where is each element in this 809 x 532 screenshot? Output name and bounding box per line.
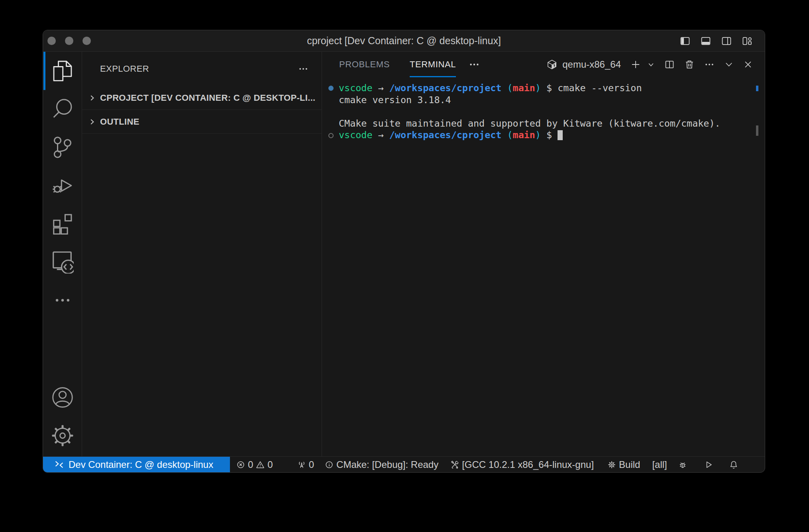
terminal-profile-name: qemu-x86_64 [562, 59, 621, 70]
remote-indicator[interactable]: Dev Container: C @ desktop-linux [43, 457, 230, 472]
prompt-decoration-icon [328, 133, 334, 138]
more-icon [469, 59, 480, 70]
ports-status[interactable]: 0 [297, 459, 314, 470]
build-gear-icon [607, 460, 616, 469]
terminal-dropdown-icon[interactable] [647, 61, 655, 68]
command-decoration-icon [328, 86, 334, 91]
panel-header: PROBLEMS TERMINAL qemu-x86_64 [322, 52, 765, 77]
activity-search[interactable] [43, 90, 82, 128]
scrollbar-thumb[interactable] [756, 125, 758, 136]
radio-tower-icon [297, 460, 306, 469]
remote-explorer-icon [51, 251, 74, 274]
minimize-window-button[interactable] [65, 37, 73, 45]
error-count: 0 [248, 459, 253, 470]
tab-problems[interactable]: PROBLEMS [339, 52, 390, 77]
status-bar: Dev Container: C @ desktop-linux 0 0 0 C… [43, 456, 765, 472]
error-icon [236, 460, 245, 469]
sidebar-section-project[interactable]: CPROJECT [DEV CONTAINER: C @ DESKTOP-LI.… [82, 86, 322, 110]
sidebar-title: EXPLORER [100, 64, 149, 74]
customize-layout-icon[interactable] [742, 36, 752, 46]
terminal-content[interactable]: vscode → /workspaces/cproject (main) $ c… [322, 77, 765, 456]
tab-terminal[interactable]: TERMINAL [410, 52, 456, 77]
close-panel-icon[interactable] [743, 60, 753, 69]
build-target-label: [all] [652, 459, 667, 470]
bell-icon [729, 460, 738, 469]
traffic-lights [47, 30, 91, 51]
activity-extensions[interactable] [43, 205, 82, 243]
toggle-sidebar-icon[interactable] [680, 36, 690, 46]
split-terminal-icon[interactable] [664, 59, 675, 70]
chevron-right-icon [88, 117, 96, 126]
scrollbar-decoration-blue [756, 86, 758, 91]
toggle-secondary-sidebar-icon[interactable] [721, 36, 732, 46]
sidebar-explorer: EXPLORER CPROJECT [DEV CONTAINER: C @ DE… [82, 52, 322, 456]
activity-remote-explorer[interactable] [43, 243, 82, 281]
warning-count: 0 [267, 459, 273, 470]
panel-more-tabs[interactable] [469, 59, 480, 70]
terminal-profile[interactable]: qemu-x86_64 [546, 59, 621, 70]
kit-label: [GCC 10.2.1 x86_64-linux-gnu] [462, 459, 594, 470]
extensions-icon [52, 213, 73, 235]
terminal-line: cmake version 3.18.4 [322, 94, 765, 106]
activity-bar [43, 52, 82, 456]
notifications-button[interactable] [729, 460, 738, 469]
panel: PROBLEMS TERMINAL qemu-x86_64 [322, 52, 765, 456]
account-icon [52, 387, 73, 408]
terminal-line: vscode → /workspaces/cproject (main) $ c… [322, 82, 765, 94]
remote-icon [55, 460, 64, 469]
files-icon [52, 60, 73, 82]
terminal-line: CMake suite maintained and supported by … [322, 118, 765, 130]
panel-more-actions-icon[interactable] [704, 59, 715, 70]
outline-section-label: OUTLINE [100, 117, 139, 127]
activity-source-control[interactable] [43, 128, 82, 166]
debug-button[interactable] [678, 460, 687, 469]
vscode-window: cproject [Dev Container: C @ desktop-lin… [43, 30, 765, 473]
kill-terminal-icon[interactable] [684, 59, 695, 70]
new-terminal-icon[interactable] [630, 59, 641, 70]
more-icon [52, 289, 73, 311]
terminal-line [322, 106, 765, 118]
play-icon [704, 460, 713, 469]
warning-icon [256, 460, 265, 469]
titlebar: cproject [Dev Container: C @ desktop-lin… [43, 30, 765, 52]
terminal-profile-icon [546, 59, 558, 70]
gear-icon [52, 425, 73, 446]
ports-count: 0 [309, 459, 314, 470]
cmake-status[interactable]: CMake: [Debug]: Ready [325, 459, 438, 470]
cmake-status-label: CMake: [Debug]: Ready [336, 459, 438, 470]
info-icon [325, 460, 334, 469]
project-section-label: CPROJECT [DEV CONTAINER: C @ DESKTOP-LI.… [100, 93, 316, 103]
explorer-actions-icon[interactable] [298, 64, 308, 74]
remote-label: Dev Container: C @ desktop-linux [69, 459, 213, 470]
run-debug-icon [52, 175, 73, 196]
source-control-icon [52, 137, 73, 158]
tools-icon [450, 460, 459, 469]
close-window-button[interactable] [47, 37, 56, 45]
bug-icon [678, 460, 687, 469]
activity-settings[interactable] [43, 417, 82, 455]
sidebar-section-outline[interactable]: OUTLINE [82, 110, 322, 134]
search-icon [52, 98, 73, 120]
build-label: Build [619, 459, 640, 470]
build-target[interactable]: [all] [652, 459, 667, 470]
problems-status[interactable]: 0 0 [236, 459, 273, 470]
maximize-window-button[interactable] [82, 37, 91, 45]
chevron-right-icon [88, 94, 96, 102]
activity-accounts[interactable] [43, 378, 82, 417]
hide-panel-icon[interactable] [724, 60, 734, 69]
activity-run-debug[interactable] [43, 166, 82, 205]
kit-status[interactable]: [GCC 10.2.1 x86_64-linux-gnu] [450, 459, 594, 470]
window-title: cproject [Dev Container: C @ desktop-lin… [307, 35, 501, 47]
activity-more[interactable] [43, 281, 82, 319]
activity-explorer[interactable] [43, 52, 82, 90]
terminal-cursor [558, 130, 563, 140]
build-button[interactable]: Build [607, 459, 640, 470]
launch-button[interactable] [704, 460, 713, 469]
toggle-panel-icon[interactable] [701, 36, 711, 46]
terminal-line: vscode → /workspaces/cproject (main) $ [322, 129, 765, 141]
